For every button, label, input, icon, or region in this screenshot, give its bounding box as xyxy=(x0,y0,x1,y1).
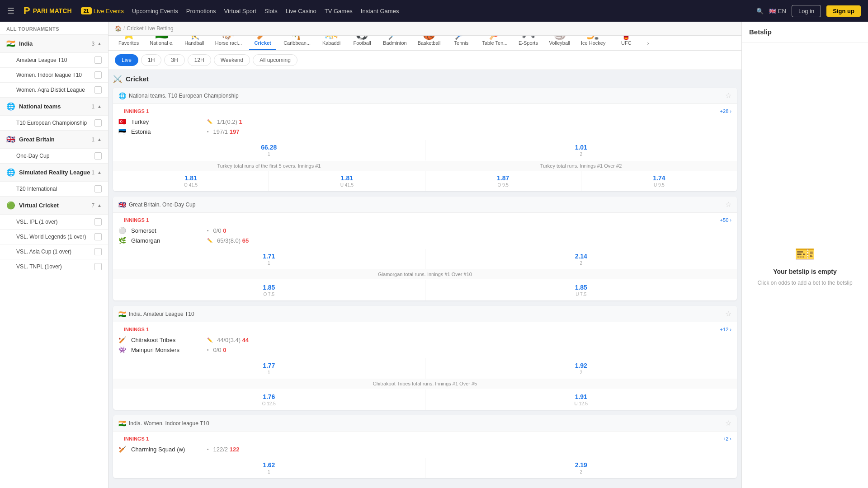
search-icon[interactable]: 🔍 xyxy=(756,8,764,14)
sidebar-item-t20-international[interactable]: T20 International xyxy=(0,181,108,196)
sidebar-item-vsl-ipl[interactable]: VSL. IPL (1 over) xyxy=(0,214,108,229)
match1-sub-odds-1[interactable]: 1.81 O 41.5 xyxy=(113,171,269,191)
logo[interactable]: P PARI MATCH xyxy=(24,5,72,17)
match4-favorite-star[interactable]: ☆ xyxy=(725,419,731,427)
sidebar-item-women-indoor[interactable]: Women. Indoor league T10 xyxy=(0,67,108,82)
sidebar-item-t10-european[interactable]: T10 European Championship xyxy=(0,115,108,130)
filter-1h[interactable]: 1H xyxy=(141,54,161,66)
match1-odds-2[interactable]: 1.01 2 xyxy=(425,140,737,160)
match3-odds-1[interactable]: 1.77 1 xyxy=(113,358,425,379)
match2-more-bets[interactable]: +50 › xyxy=(720,217,731,223)
match2-teams: ⚪ Somerset • 0/0 0 🌿 Glamorgan ✏️ 65/3(8… xyxy=(113,225,737,248)
match3-sub-odds-1[interactable]: 1.76 O 12.5 xyxy=(113,389,425,410)
tabs-scroll-right[interactable]: › xyxy=(643,36,652,50)
checkbox-t20-international[interactable] xyxy=(94,185,102,192)
sidebar-item-vsl-tnpl[interactable]: VSL. TNPL (1over) xyxy=(0,259,108,274)
match1-odds-1[interactable]: 66.28 1 xyxy=(113,140,425,160)
sidebar-group-national[interactable]: 🌐 National teams 1 ▲ xyxy=(0,97,108,115)
match1-sub-odds-4[interactable]: 1.74 U 9.5 xyxy=(581,171,737,191)
tab-horse-racing[interactable]: 🐎 Horse raci... xyxy=(212,36,245,50)
tab-cricket[interactable]: 🏏 LIVE Cricket xyxy=(249,36,276,50)
tab-basketball[interactable]: 🏀 Basketball xyxy=(414,36,444,50)
match2-sub-odds-2[interactable]: 1.85 U 7.5 xyxy=(425,280,737,300)
tab-badminton[interactable]: 🏸 Badminton xyxy=(379,36,410,50)
match2-odds-1[interactable]: 1.71 1 xyxy=(113,249,425,269)
sidebar-group-virtual-cricket[interactable]: 🟢 Virtual Cricket 7 ▲ xyxy=(0,196,108,214)
filter-12h[interactable]: 12H xyxy=(188,54,211,66)
filter-3h[interactable]: 3H xyxy=(164,54,184,66)
filter-all-upcoming[interactable]: All upcoming xyxy=(253,54,297,66)
kabaddi-icon: 🤼 xyxy=(325,36,338,40)
filter-live[interactable]: Live xyxy=(115,54,138,66)
checkbox-vsl-world[interactable] xyxy=(94,233,102,240)
tab-ufc[interactable]: 🥊 UFC xyxy=(613,36,640,50)
nav-tv-games[interactable]: TV Games xyxy=(325,8,353,14)
sidebar-item-vsl-asia[interactable]: VSL. Asia Cup (1 over) xyxy=(0,244,108,259)
sidebar-item-women-aqra[interactable]: Women. Aqra Distict League xyxy=(0,82,108,97)
tab-tennis[interactable]: 🎾 Tennis xyxy=(448,36,475,50)
checkbox-women-aqra[interactable] xyxy=(94,86,102,94)
match1-more-bets[interactable]: +28 › xyxy=(720,108,731,114)
tab-football[interactable]: ⚽ LIVE Football xyxy=(349,36,376,50)
tab-national-e[interactable]: 🇮🇳 National e. xyxy=(146,36,177,50)
national-icon: 🇮🇳 xyxy=(155,36,169,40)
match4-odds-1[interactable]: 1.62 1 xyxy=(113,458,425,478)
tab-kabaddi[interactable]: 🤼 LIVE Kabaddi xyxy=(318,36,345,50)
match-card-turkey-estonia: 🌐 National teams. T10 European Champions… xyxy=(113,88,737,191)
match3-more-bets[interactable]: +12 › xyxy=(720,327,731,332)
nav-live-casino[interactable]: Live Casino xyxy=(286,8,316,14)
sidebar-group-india[interactable]: 🇮🇳 India 3 ▲ xyxy=(0,34,108,52)
charming-score: 122/2 122 xyxy=(213,446,240,453)
match2-sub-odds-1[interactable]: 1.85 O 7.5 xyxy=(113,280,425,300)
tab-handball[interactable]: 🤾 Handball xyxy=(181,36,208,50)
checkbox-vsl-asia[interactable] xyxy=(94,248,102,255)
home-icon[interactable]: 🏠 xyxy=(115,25,122,32)
nav-live-events[interactable]: Live Events xyxy=(94,8,124,14)
virtual-cricket-group-name: Virtual Cricket xyxy=(19,202,91,209)
match4-more-bets[interactable]: +2 › xyxy=(723,436,731,441)
tab-ice-hockey[interactable]: 🏒 LIVE Ice Hockey xyxy=(577,36,609,50)
mainpuri-name: Mainpuri Monsters xyxy=(131,347,203,353)
match1-sub-odds-2[interactable]: 1.81 U 41.5 xyxy=(269,171,425,191)
tab-table-tennis[interactable]: 🏓 LIVE Table Ten... xyxy=(478,36,511,50)
checkbox-t10-european[interactable] xyxy=(94,119,102,127)
match1-sub-odds-3[interactable]: 1.87 O 9.5 xyxy=(425,171,581,191)
nav-promotions[interactable]: Promotions xyxy=(186,8,216,14)
hamburger-icon[interactable]: ☰ xyxy=(7,6,14,16)
sidebar-group-great-britain[interactable]: 🇬🇧 Great Britain 1 ▲ xyxy=(0,130,108,148)
checkbox-women-indoor[interactable] xyxy=(94,71,102,79)
tab-favorites[interactable]: ⭐ Favorites xyxy=(115,36,142,50)
match3-odds-2[interactable]: 1.92 2 xyxy=(425,358,737,379)
filter-weekend[interactable]: Weekend xyxy=(214,54,250,66)
language-selector[interactable]: 🇬🇧 EN xyxy=(769,8,786,14)
nav-instant-games[interactable]: Instant Games xyxy=(361,8,399,14)
match3-teams: 🏏 Chitrakoot Tribes ✏️ 44/0(3.4) 44 👾 Ma… xyxy=(113,335,737,357)
checkbox-vsl-ipl[interactable] xyxy=(94,218,102,225)
match4-odds-2[interactable]: 2.19 2 xyxy=(425,458,737,478)
sidebar-item-one-day-cup[interactable]: One-Day Cup xyxy=(0,148,108,163)
checkbox-amateur-league[interactable] xyxy=(94,56,102,64)
match2-odds-2[interactable]: 2.14 2 xyxy=(425,249,737,269)
live-events-nav[interactable]: 21 Live Events xyxy=(81,7,124,14)
match3-sub-odds-2[interactable]: 1.91 U 12.5 xyxy=(425,389,737,410)
tab-volleyball[interactable]: 🏐 Volleyball xyxy=(546,36,574,50)
nav-virtual-sport[interactable]: Virtual Sport xyxy=(224,8,256,14)
checkbox-one-day-cup[interactable] xyxy=(94,152,102,160)
match1-sub-headers: Turkey total runs of the first 5 overs. … xyxy=(113,161,737,171)
login-button[interactable]: Log in xyxy=(792,5,821,17)
nav-slots[interactable]: Slots xyxy=(264,8,278,14)
match3-favorite-star[interactable]: ☆ xyxy=(725,310,731,318)
signup-button[interactable]: Sign up xyxy=(826,5,861,17)
match1-favorite-star[interactable]: ☆ xyxy=(725,91,731,100)
match2-sub-odds: 1.85 O 7.5 1.85 U 7.5 xyxy=(113,280,737,300)
tab-caribbean[interactable]: 🌴 LIVE Caribbean... xyxy=(280,36,314,50)
nav-upcoming[interactable]: Upcoming Events xyxy=(132,8,178,14)
estonia-flag-icon: 🇪🇪 xyxy=(118,128,127,135)
sidebar-item-amateur-league[interactable]: Amateur League T10 xyxy=(0,52,108,67)
charming-score-icon: • xyxy=(207,447,209,452)
checkbox-vsl-tnpl[interactable] xyxy=(94,263,102,270)
sidebar-item-vsl-world[interactable]: VSL. World Legends (1 over) xyxy=(0,229,108,244)
match2-favorite-star[interactable]: ☆ xyxy=(725,200,731,209)
sidebar-group-simulated[interactable]: 🌐 Simulated Reality League 1 ▲ xyxy=(0,163,108,181)
tab-esports[interactable]: 🎮 E-Sports xyxy=(515,36,542,50)
